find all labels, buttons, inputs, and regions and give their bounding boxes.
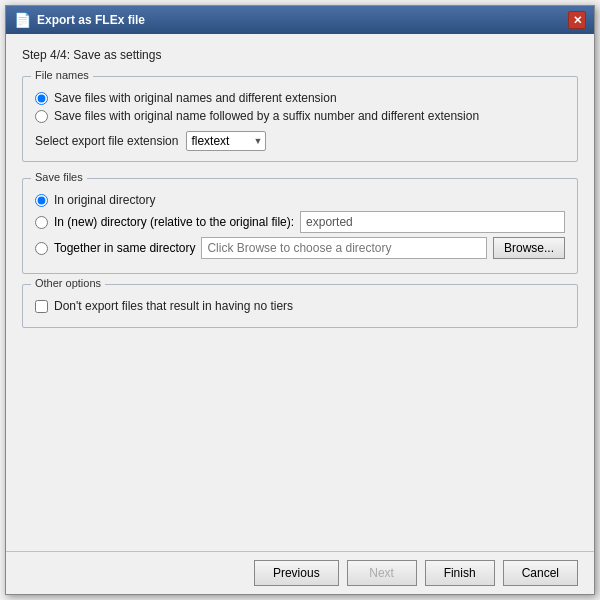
extension-label: Select export file extension xyxy=(35,134,178,148)
new-dir-row: In (new) directory (relative to the orig… xyxy=(35,211,565,233)
browse-button[interactable]: Browse... xyxy=(493,237,565,259)
no-tiers-checkbox[interactable] xyxy=(35,300,48,313)
other-options-section: Other options Don't export files that re… xyxy=(22,284,578,328)
original-dir-radio[interactable] xyxy=(35,194,48,207)
file-names-label: File names xyxy=(31,69,93,81)
same-dir-input[interactable] xyxy=(201,237,487,259)
new-dir-radio[interactable] xyxy=(35,216,48,229)
spacer xyxy=(22,338,578,537)
dialog-content: Step 4/4: Save as settings File names Sa… xyxy=(6,34,594,551)
original-dir-row: In original directory xyxy=(35,193,565,207)
extension-select-wrapper[interactable]: flextext xml txt xyxy=(186,131,266,151)
no-tiers-label[interactable]: Don't export files that result in having… xyxy=(54,299,293,313)
other-options-label: Other options xyxy=(31,277,105,289)
titlebar-icon: 📄 xyxy=(14,12,31,28)
file-names-section: File names Save files with original name… xyxy=(22,76,578,162)
new-dir-label[interactable]: In (new) directory (relative to the orig… xyxy=(54,215,294,229)
save-files-label: Save files xyxy=(31,171,87,183)
option1-label[interactable]: Save files with original names and diffe… xyxy=(54,91,337,105)
same-dir-row: Together in same directory Browse... xyxy=(35,237,565,259)
titlebar-left: 📄 Export as FLEx file xyxy=(14,12,145,28)
extension-select[interactable]: flextext xml txt xyxy=(186,131,266,151)
same-dir-radio[interactable] xyxy=(35,242,48,255)
step-title: Step 4/4: Save as settings xyxy=(22,48,578,62)
original-dir-label[interactable]: In original directory xyxy=(54,193,155,207)
titlebar: 📄 Export as FLEx file ✕ xyxy=(6,6,594,34)
option2-row: Save files with original name followed b… xyxy=(35,109,565,123)
titlebar-title: Export as FLEx file xyxy=(37,13,145,27)
option2-label[interactable]: Save files with original name followed b… xyxy=(54,109,479,123)
no-tiers-row: Don't export files that result in having… xyxy=(35,299,565,313)
save-files-section: Save files In original directory In (new… xyxy=(22,178,578,274)
option1-radio[interactable] xyxy=(35,92,48,105)
cancel-button[interactable]: Cancel xyxy=(503,560,578,586)
footer: Previous Next Finish Cancel xyxy=(6,551,594,594)
next-button[interactable]: Next xyxy=(347,560,417,586)
finish-button[interactable]: Finish xyxy=(425,560,495,586)
option1-row: Save files with original names and diffe… xyxy=(35,91,565,105)
option2-radio[interactable] xyxy=(35,110,48,123)
close-button[interactable]: ✕ xyxy=(568,11,586,29)
extension-row: Select export file extension flextext xm… xyxy=(35,131,565,151)
same-dir-label[interactable]: Together in same directory xyxy=(54,241,195,255)
dialog: 📄 Export as FLEx file ✕ Step 4/4: Save a… xyxy=(5,5,595,595)
previous-button[interactable]: Previous xyxy=(254,560,339,586)
new-dir-input[interactable] xyxy=(300,211,565,233)
